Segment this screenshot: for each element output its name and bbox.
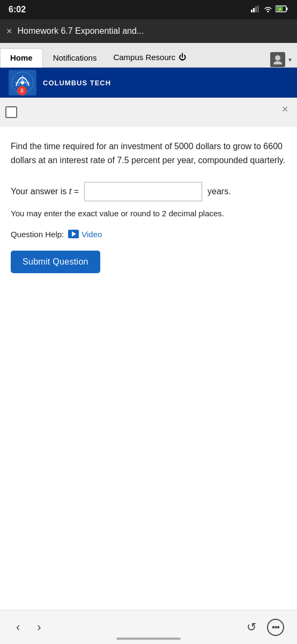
battery-icon: ⚡	[276, 5, 288, 14]
forward-button[interactable]: ›	[34, 617, 44, 638]
tab-notifications[interactable]: Notifications	[43, 48, 107, 68]
video-icon	[68, 230, 79, 238]
school-name: COLUMBUS TECH	[43, 79, 111, 87]
answer-row: Your answer is t = years.	[11, 182, 286, 201]
notification-badge: 8	[17, 86, 27, 96]
video-link[interactable]: Video	[68, 230, 102, 239]
answer-unit: years.	[207, 187, 231, 196]
status-bar: 6:02 ⚡	[0, 0, 297, 19]
browser-close-button[interactable]: ×	[6, 26, 12, 37]
bottom-indicator	[116, 638, 181, 640]
svg-rect-1	[253, 8, 255, 12]
answer-label: Your answer is t =	[11, 187, 79, 196]
question-help: Question Help: Video	[11, 230, 286, 239]
profile-area: ▼	[270, 52, 297, 67]
bottom-bar: ‹ › ↺ •••	[0, 610, 297, 644]
tab-home[interactable]: Home	[0, 48, 43, 68]
hint-text: You may enter the exact value or round t…	[11, 208, 286, 220]
question-content: Find the time required for an investment…	[0, 127, 297, 284]
checkbox-input[interactable]	[5, 106, 17, 118]
svg-point-4	[268, 11, 269, 12]
browser-title: Homework 6.7 Exponential and...	[18, 26, 144, 36]
bottom-nav-left: ‹ ›	[13, 617, 44, 638]
answer-input[interactable]	[84, 182, 202, 201]
back-button[interactable]: ‹	[13, 617, 23, 638]
close-button[interactable]: ✕	[279, 103, 291, 115]
signal-icon	[251, 5, 261, 14]
svg-rect-6	[286, 8, 288, 10]
browser-bar: × Homework 6.7 Exponential and...	[0, 19, 297, 43]
svg-rect-0	[251, 10, 253, 12]
checkbox-area	[5, 103, 292, 121]
reload-button[interactable]: ↺	[247, 620, 256, 634]
svg-point-9	[275, 55, 280, 61]
tab-campus-resources[interactable]: Campus Resourc ⏻	[107, 48, 194, 67]
question-help-label: Question Help:	[11, 230, 64, 239]
bottom-nav-right: ↺ •••	[247, 619, 284, 636]
svg-point-13	[21, 81, 24, 84]
nav-tabs: Home Notifications Campus Resourc ⏻ ▼	[0, 43, 297, 68]
video-label: Video	[81, 230, 102, 239]
svg-text:⚡: ⚡	[278, 7, 283, 12]
svg-rect-3	[257, 5, 259, 12]
status-time: 6:02	[9, 5, 26, 14]
content-area: ✕	[0, 98, 297, 127]
play-triangle-icon	[72, 231, 76, 237]
more-button[interactable]: •••	[267, 619, 284, 636]
profile-icon[interactable]	[270, 52, 285, 67]
svg-rect-2	[255, 6, 257, 12]
question-text: Find the time required for an investment…	[11, 140, 286, 167]
school-header: 8 COLUMBUS TECH	[0, 68, 297, 98]
submit-question-button[interactable]: Submit Question	[11, 251, 100, 273]
power-icon: ⏻	[177, 52, 187, 62]
status-icons: ⚡	[251, 5, 288, 14]
wifi-icon	[264, 5, 272, 14]
dropdown-arrow-icon[interactable]: ▼	[287, 57, 293, 63]
